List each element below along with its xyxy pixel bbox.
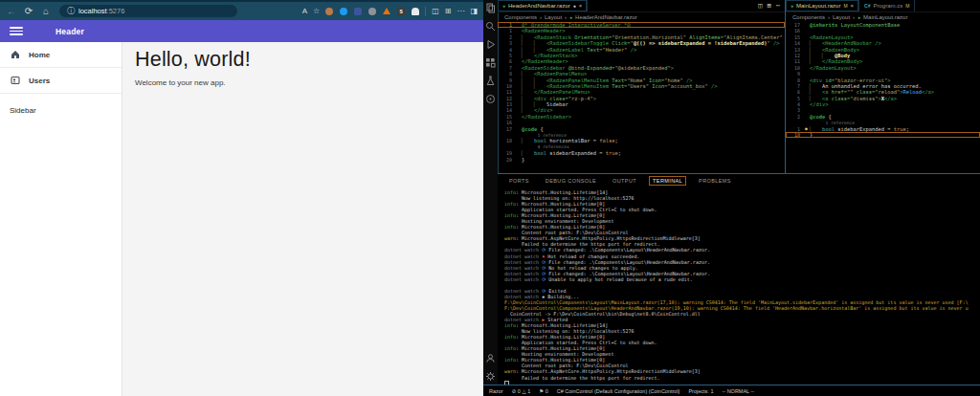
extensions-icon[interactable] [485,57,496,68]
git-status-badge: M [905,3,909,9]
read-aloud-icon[interactable]: A [302,7,307,15]
code-editor-mainlayout[interactable]: 17@inherits LayoutComponentBase1615<Radz… [786,22,980,173]
extension-1-icon[interactable] [325,8,333,15]
gitlens-icon[interactable] [485,94,496,104]
tab-label: Program.cs [873,3,902,9]
nav-item-label: Home [29,51,50,59]
browser-essentials-icon[interactable]: ⊞ [445,7,452,15]
tab-headerandnavbar-razor[interactable]: ● HeaderAndNavbar.razor ● × [498,0,588,11]
app-content: Hello, world! Welcome to your new app. [122,42,483,396]
editor-group-left: ● HeaderAndNavbar.razor ● × ◫ ⊞ ⋯ Compon… [498,0,786,173]
sidebar-item-home[interactable]: Home [0,42,122,68]
razor-file-icon: ● [502,3,505,9]
status-item-3[interactable]: C# CoinControl (Default Configuration) (… [557,388,680,394]
split-screen-icon[interactable]: ◫ [432,7,439,15]
panel-tab-terminal[interactable]: TERMINAL [650,177,685,185]
refresh-icon[interactable]: ⟳ [21,6,36,16]
sidebar-footer-text: Sidebar [0,94,122,115]
more-menu-icon[interactable]: ⋯ [457,7,464,15]
close-tab-icon[interactable]: × [851,3,855,9]
tab-program-cs[interactable]: C# Program.cs M [859,0,915,11]
address-bar[interactable]: ⓘ localhost:5276 [59,5,237,17]
app-sidebar: Home Users Sidebar [0,42,122,396]
tab-label: MainLayout.razor [796,3,840,9]
browser-sidebar-icon[interactable]: ◨ [470,7,478,15]
sidebar-toggle-icon[interactable] [10,27,23,35]
status-item-5[interactable]: -- NORMAL -- [722,388,754,394]
home-icon [11,50,20,59]
extension-5-icon[interactable] [383,8,390,14]
file-icon: ● [858,14,860,20]
editor-layout-icon[interactable]: ⊞ [768,2,771,10]
extension-2-icon[interactable] [340,8,347,15]
extension-4-icon[interactable] [368,8,376,15]
screen: ← ⟳ ⌂ ⓘ localhost:5276 A ☆ S ◫ ⊞ ⋯ ◨ Hea… [0,0,980,396]
code-line: 20} [498,157,785,163]
tab-label: HeaderAndNavbar.razor [508,3,570,9]
browser-toolbar-right: A ☆ S ◫ ⊞ ⋯ ◨ [302,7,479,16]
editor-area: ● HeaderAndNavbar.razor ● × ◫ ⊞ ⋯ Compon… [498,0,980,173]
status-item-4[interactable]: Projects: 1 [688,388,713,394]
status-item-0[interactable]: Razor [489,388,503,394]
app-header: Header [0,20,483,42]
panel-tab-debug-console[interactable]: DEBUG CONSOLE [543,177,599,185]
terminal-output[interactable]: info: Microsoft.Hosting.Lifetime[14] Now… [504,189,978,385]
git-status-badge: M [843,3,847,9]
explorer-icon[interactable] [485,3,496,13]
tab-mainlayout-razor[interactable]: ● MainLayout.razor M × [786,0,859,11]
extension-7-icon[interactable] [412,8,419,15]
extension-3-icon[interactable] [354,8,362,15]
editor-actions: ◫ ⊞ ⋯ [758,0,785,11]
breadcrumb[interactable]: Components› Layout› ● HeaderAndNavbar.ra… [498,12,785,22]
more-actions-icon[interactable]: ⋯ [776,2,780,10]
bottom-panel: PORTSDEBUG CONSOLEOUTPUTTERMINALPROBLEMS… [498,173,980,385]
vscode-window: ● HeaderAndNavbar.razor ● × ◫ ⊞ ⋯ Compon… [483,0,980,396]
accounts-icon[interactable] [485,353,496,363]
code-line: 18} [786,132,980,138]
breadcrumb[interactable]: Components› Layout› ● MainLayout.razor [786,12,980,22]
panel-tab-output[interactable]: OUTPUT [610,177,639,185]
back-icon[interactable]: ← [4,6,19,16]
search-icon[interactable] [485,21,496,32]
extension-6-icon[interactable]: S [397,8,405,15]
panel-tab-problems[interactable]: PROBLEMS [696,177,734,185]
blazor-app: Header Home [0,20,483,396]
nav-item-label: Users [29,77,50,85]
page-subtitle: Welcome to your new app. [135,78,483,87]
csharp-file-icon: C# [864,3,870,9]
dirty-indicator: ● [573,3,576,9]
run-and-debug-icon[interactable] [485,39,496,50]
toolbar-divider [425,7,426,16]
status-item-2[interactable]: ⚑ 0 [539,388,548,394]
sidebar-item-users[interactable]: Users [0,68,122,94]
panel-tab-ports[interactable]: PORTS [506,177,532,185]
split-editor-icon[interactable]: ◫ [758,2,762,10]
status-item-1[interactable]: ⊘ 0 △ 1 [512,388,531,394]
browser-window: ← ⟳ ⌂ ⓘ localhost:5276 A ☆ S ◫ ⊞ ⋯ ◨ Hea… [0,0,483,396]
url-text: localhost:5276 [78,7,124,15]
tab-bar-left: ● HeaderAndNavbar.razor ● × ◫ ⊞ ⋯ [498,0,785,12]
browser-toolbar: ← ⟳ ⌂ ⓘ localhost:5276 A ☆ S ◫ ⊞ ⋯ ◨ [0,2,483,20]
razor-file-icon: ● [791,3,793,9]
activity-bar [483,0,499,385]
status-bar: Razor⊘ 0 △ 1⚑ 0C# CoinControl (Default C… [483,385,980,396]
close-tab-icon[interactable]: × [579,3,583,9]
settings-gear-icon[interactable] [485,371,496,382]
code-editor-headerandnavbar[interactable]: 1@* @rendermode InteractiveServer *@1<Ra… [498,22,785,173]
app-title: Header [56,27,84,36]
testing-icon[interactable] [485,76,496,86]
users-icon [11,76,20,85]
file-icon: ● [569,14,572,20]
tab-bar-right: ● MainLayout.razor M × C# Program.cs M [786,0,980,12]
site-info-icon[interactable]: ⓘ [67,6,75,16]
favorite-star-icon[interactable]: ☆ [313,7,320,15]
panel-tab-bar: PORTSDEBUG CONSOLEOUTPUTTERMINALPROBLEMS [498,174,980,187]
editor-group-right: ● MainLayout.razor M × C# Program.cs M C… [786,0,980,173]
home-icon[interactable]: ⌂ [38,6,54,16]
page-title: Hello, world! [135,48,483,72]
